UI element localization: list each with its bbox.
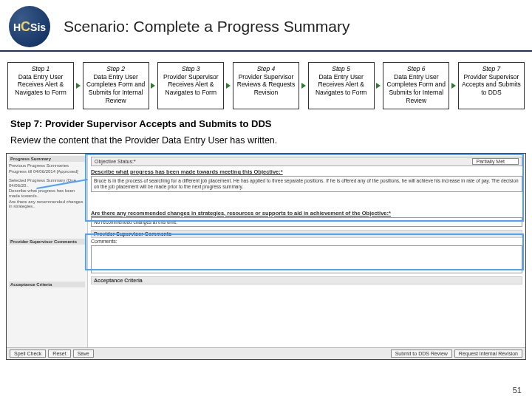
comments-label: Comments:: [91, 239, 522, 244]
arrow-icon: [226, 83, 231, 89]
form-screenshot: Progress Summary Previous Progress Summa…: [6, 153, 526, 360]
step-body-text: Review the content that the Provider Dat…: [0, 132, 532, 150]
logo-pre: H: [13, 21, 21, 33]
q1-textarea[interactable]: Bruce is in the process of searching for…: [91, 176, 522, 192]
workflow-steps: Step 1Data Entry User Receives Alert & N…: [0, 52, 532, 114]
page-title: Scenario: Complete a Progress Summary: [64, 18, 350, 35]
step-5: Step 5Data Entry User Receives Alert & N…: [308, 62, 375, 109]
acceptance-heading: Acceptance Criteria: [91, 276, 522, 284]
step-heading: Step 7: Provider Supervisor Accepts and …: [0, 114, 532, 132]
side-nav: Progress Summary Previous Progress Summa…: [7, 154, 88, 359]
step-7: Step 7Provider Supervisor Accepts and Su…: [458, 62, 525, 109]
status-label: Objective Status:*: [95, 159, 136, 164]
arrow-icon: [376, 83, 381, 89]
logo-c: C: [21, 19, 30, 34]
spell-check-button[interactable]: Spell Check: [10, 349, 46, 358]
comments-textarea[interactable]: [91, 245, 522, 273]
step-2: Step 2Data Entry User Completes Form and…: [83, 62, 149, 109]
arrow-icon: [151, 83, 155, 89]
slide-header: HCSis Scenario: Complete a Progress Summ…: [0, 0, 532, 52]
side-heading: Provider Supervisor Comments: [9, 239, 85, 245]
objective-status-row: Objective Status:* Partially Met: [91, 157, 522, 166]
form-main: Objective Status:* Partially Met Describ…: [88, 154, 525, 359]
arrow-icon: [451, 83, 456, 89]
arrow-icon: [301, 83, 306, 89]
side-heading: Progress Summary: [9, 156, 85, 162]
page-number: 51: [513, 386, 522, 395]
step-1: Step 1Data Entry User Receives Alert & N…: [7, 62, 74, 109]
q2-label: Are there any recommended changes in str…: [91, 210, 522, 216]
arrow-icon: [76, 83, 81, 89]
step-3: Step 3Provider Supervisor Receives Alert…: [157, 62, 224, 109]
form-action-bar: Spell Check Reset Save Submit to DDS Rev…: [7, 347, 525, 359]
save-button[interactable]: Save: [73, 349, 94, 358]
reset-button[interactable]: Reset: [48, 349, 70, 358]
side-heading: Acceptance Criteria: [9, 282, 85, 287]
logo-post: Sis: [30, 21, 46, 33]
submit-dds-button[interactable]: Submit to DDS Review: [391, 349, 452, 358]
hcsis-logo: HCSis: [9, 6, 50, 47]
q1-label: Describe what progress has been made tow…: [91, 168, 522, 175]
step-4: Step 4Provider Supervisor Reviews & Requ…: [233, 62, 299, 109]
request-revision-button[interactable]: Request Internal Revision: [454, 349, 522, 358]
q2-textarea[interactable]: No recommended changes at this time.: [91, 217, 522, 228]
comments-heading: Provider Supervisor Comments: [91, 230, 522, 238]
status-select[interactable]: Partially Met: [472, 158, 519, 165]
step-6: Step 6Data Entry User Completes Form and…: [383, 62, 449, 109]
